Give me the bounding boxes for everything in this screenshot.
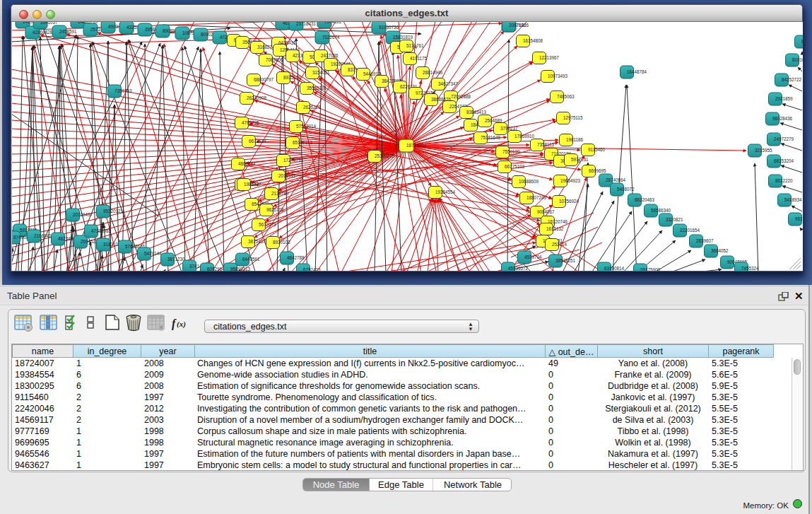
svg-text:(x): (x): [177, 320, 186, 329]
svg-text:34627347: 34627347: [438, 81, 459, 86]
svg-text:42868828: 42868828: [33, 30, 53, 35]
svg-text:72092888: 72092888: [451, 94, 471, 99]
svg-text:83863413: 83863413: [466, 110, 487, 115]
svg-text:9517485: 9517485: [795, 216, 803, 221]
svg-text:4539704: 4539704: [524, 255, 542, 259]
svg-text:38754377: 38754377: [248, 239, 269, 244]
svg-text:1615132: 1615132: [546, 226, 564, 231]
svg-text:81016525: 81016525: [792, 57, 803, 62]
svg-text:9084067: 9084067: [537, 209, 555, 214]
svg-text:6699695: 6699695: [589, 168, 606, 173]
svg-text:25300275: 25300275: [375, 153, 395, 158]
svg-text:29175900: 29175900: [640, 267, 661, 271]
svg-text:4769795: 4769795: [242, 120, 259, 125]
svg-text:19384554: 19384554: [435, 189, 456, 194]
svg-text:4860684: 4860684: [238, 161, 256, 166]
svg-text:58586340: 58586340: [651, 208, 671, 213]
svg-text:12213967: 12213967: [539, 55, 560, 60]
svg-text:5672073: 5672073: [259, 222, 276, 227]
svg-text:7022674: 7022674: [322, 35, 340, 40]
svg-text:5171761: 5171761: [406, 43, 424, 48]
svg-text:7455324: 7455324: [741, 266, 759, 271]
svg-text:9626108: 9626108: [266, 207, 284, 212]
svg-text:7350753: 7350753: [114, 88, 132, 93]
svg-text:6440561: 6440561: [242, 257, 260, 262]
svg-text:68800797: 68800797: [254, 77, 274, 82]
svg-text:63100814: 63100814: [604, 266, 625, 271]
svg-text:17869910: 17869910: [514, 134, 535, 139]
svg-text:3154051: 3154051: [312, 70, 330, 75]
svg-text:88320463: 88320463: [635, 197, 655, 202]
svg-text:3320821: 3320821: [666, 217, 683, 222]
svg-text:4823498: 4823498: [58, 236, 76, 241]
svg-text:2437026: 2437026: [321, 53, 339, 58]
svg-text:3215955: 3215955: [755, 148, 772, 153]
svg-text:8935169: 8935169: [283, 75, 301, 80]
svg-text:2458591: 2458591: [59, 29, 77, 34]
svg-text:10973493: 10973493: [548, 74, 568, 78]
svg-text:3871230: 3871230: [167, 257, 185, 262]
svg-text:2626229: 2626229: [303, 105, 321, 110]
svg-text:45935572: 45935572: [508, 266, 529, 271]
svg-text:9115460: 9115460: [588, 147, 606, 152]
svg-text:3684052: 3684052: [711, 248, 729, 253]
svg-text:7485063: 7485063: [557, 94, 575, 99]
svg-text:252214: 252214: [552, 242, 567, 247]
svg-text:91030736: 91030736: [379, 25, 399, 30]
svg-text:38688676: 38688676: [431, 97, 452, 102]
svg-text:7550190: 7550190: [502, 149, 520, 154]
svg-text:8612220: 8612220: [775, 178, 793, 183]
svg-text:2087682: 2087682: [509, 23, 526, 28]
svg-text:23718431: 23718431: [296, 22, 317, 26]
svg-text:7358113: 7358113: [537, 142, 555, 147]
svg-text:96028436: 96028436: [772, 116, 793, 121]
svg-text:20709497: 20709497: [73, 212, 93, 217]
svg-text:95320121: 95320121: [103, 209, 124, 214]
svg-text:5479144: 5479144: [144, 251, 162, 256]
svg-text:84252722: 84252722: [782, 77, 802, 82]
svg-text:75181648: 75181648: [481, 135, 501, 140]
svg-text:7374122: 7374122: [324, 22, 342, 24]
svg-text:66775103: 66775103: [505, 164, 525, 169]
svg-text:5418934: 5418934: [784, 197, 802, 202]
svg-text:16448784: 16448784: [627, 69, 647, 74]
svg-text:8930103: 8930103: [273, 240, 290, 245]
svg-text:4842788: 4842788: [287, 255, 305, 260]
svg-text:19654923: 19654923: [560, 178, 581, 183]
svg-text:68353204: 68353204: [774, 158, 794, 163]
svg-text:24972279: 24972279: [774, 136, 794, 141]
svg-text:18724007: 18724007: [406, 143, 427, 148]
svg-text:2839607: 2839607: [696, 238, 714, 243]
svg-text:f: f: [172, 317, 177, 330]
svg-text:95899313: 95899313: [230, 267, 251, 271]
svg-text:57553014: 57553014: [296, 124, 317, 129]
svg-text:6672134: 6672134: [249, 139, 266, 144]
svg-text:2016911: 2016911: [278, 173, 296, 178]
svg-text:18807249: 18807249: [526, 195, 547, 200]
svg-text:2166941: 2166941: [34, 233, 52, 238]
svg-text:5977931: 5977931: [571, 157, 589, 162]
svg-text:12975115: 12975115: [563, 115, 583, 120]
svg-text:10688609: 10688609: [519, 179, 539, 184]
svg-text:65177213: 65177213: [293, 140, 313, 145]
svg-text:38538251: 38538251: [555, 258, 576, 263]
svg-text:28740864: 28740864: [606, 177, 626, 182]
svg-text:1981186: 1981186: [566, 137, 584, 142]
svg-text:3341057: 3341057: [40, 22, 58, 25]
svg-text:2921859: 2921859: [775, 96, 793, 101]
svg-text:7089806: 7089806: [266, 57, 283, 62]
svg-text:6292423: 6292423: [303, 267, 321, 271]
svg-text:26240908: 26240908: [247, 95, 267, 100]
svg-text:15831819: 15831819: [393, 35, 413, 40]
svg-text:47308985: 47308985: [91, 228, 112, 233]
svg-text:2694522: 2694522: [81, 239, 98, 244]
svg-text:28814949: 28814949: [423, 70, 443, 75]
svg-text:35556386: 35556386: [307, 86, 327, 90]
svg-text:4191175: 4191175: [410, 56, 428, 61]
svg-text:2130789: 2130789: [271, 191, 289, 196]
svg-text:1987737: 1987737: [244, 182, 261, 187]
svg-text:89978790: 89978790: [801, 39, 803, 44]
svg-text:10756924: 10756924: [559, 199, 579, 204]
svg-text:5408072: 5408072: [617, 187, 635, 192]
svg-text:22201654: 22201654: [680, 228, 700, 233]
